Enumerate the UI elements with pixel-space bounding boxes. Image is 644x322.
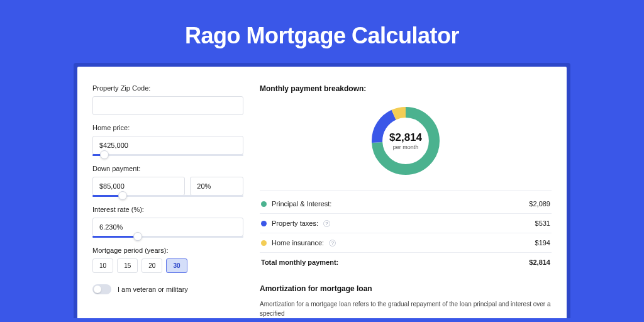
interest-label: Interest rate (%): [92,206,243,213]
zip-label: Property Zip Code: [92,84,243,92]
breakdown-column: Monthly payment breakdown: $2,814 per mo… [260,84,552,318]
home-price-group: Home price: [92,124,243,156]
amortization-title: Amortization for mortgage loan [260,284,552,293]
down-payment-percent-input[interactable] [190,177,243,196]
down-payment-slider-thumb[interactable] [118,191,127,200]
period-option-20[interactable]: 20 [142,258,162,273]
card-shadow: Property Zip Code: Home price: Down paym… [74,63,570,318]
down-payment-slider[interactable] [92,195,243,197]
legend-label: Home insurance: [272,239,324,247]
period-label: Mortgage period (years): [92,247,243,254]
page-title: Rago Mortgage Calculator [0,0,644,63]
period-group: Mortgage period (years): 10 15 20 30 [92,247,243,273]
veteran-toggle[interactable] [92,284,111,294]
payment-donut-chart: $2,814 per month [368,103,443,179]
interest-slider-fill [92,236,138,238]
down-payment-label: Down payment: [92,165,243,172]
calculator-card: Property Zip Code: Home price: Down paym… [77,67,567,318]
legend-row-insurance: Home insurance: ? $194 [260,233,552,253]
donut-sub: per month [393,144,419,150]
legend-value: $531 [535,219,550,227]
legend-label: Principal & Interest: [272,200,331,208]
period-option-30[interactable]: 30 [166,258,187,273]
legend-row-principal: Principal & Interest: $2,089 [260,194,552,214]
legend-label: Property taxes: [272,219,318,227]
breakdown-title: Monthly payment breakdown: [260,84,552,93]
form-column: Property Zip Code: Home price: Down paym… [92,84,243,318]
donut-center: $2,814 per month [368,103,443,179]
interest-group: Interest rate (%): [92,206,243,238]
legend-value: $2,089 [529,200,550,208]
home-price-input[interactable] [92,136,243,155]
home-price-slider[interactable] [92,154,243,156]
dot-icon [261,201,267,207]
veteran-row: I am veteran or military [92,284,243,294]
donut-container: $2,814 per month [260,97,552,191]
amortization-text: Amortization for a mortgage loan refers … [260,299,552,318]
interest-slider-thumb[interactable] [133,232,142,241]
info-icon[interactable]: ? [329,240,336,247]
period-option-15[interactable]: 15 [117,258,138,273]
dot-icon [261,221,267,226]
donut-amount: $2,814 [389,131,422,144]
dot-icon [261,240,267,246]
interest-input[interactable] [92,218,243,236]
legend-row-total: Total monthly payment: $2,814 [260,253,552,272]
home-price-slider-thumb[interactable] [100,150,109,159]
zip-input[interactable] [92,96,243,115]
total-value: $2,814 [529,258,550,266]
down-payment-group: Down payment: [92,165,243,197]
down-payment-amount-input[interactable] [92,177,185,196]
total-label: Total monthly payment: [261,258,338,266]
info-icon[interactable]: ? [323,220,330,227]
period-option-10[interactable]: 10 [92,258,113,273]
interest-slider[interactable] [92,236,243,238]
home-price-label: Home price: [92,124,243,131]
period-options: 10 15 20 30 [92,258,243,273]
veteran-label: I am veteran or military [118,286,188,293]
legend-value: $194 [535,239,550,247]
zip-field-group: Property Zip Code: [92,84,243,115]
legend-row-taxes: Property taxes: ? $531 [260,214,552,233]
